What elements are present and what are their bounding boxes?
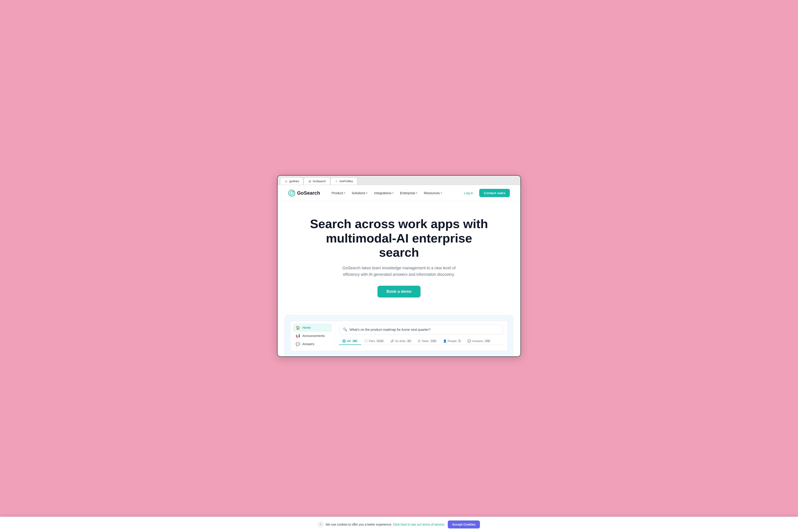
search-icon: 🔍 [343,327,347,331]
search-demo-wrapper: 🏠 Home 📢 Announcements 💬 Answers [285,315,513,357]
accept-cookies-button[interactable]: Accept Cookies [448,520,480,529]
tab-goprofiles-label: GoProfiles [340,179,353,183]
files-tab-label: Files [369,339,375,343]
tab-golinks[interactable]: ◇ go/links [280,177,303,185]
nav-integrations-label: Integrations [374,191,391,195]
nav-item-resources[interactable]: Resources ▾ [421,189,444,197]
resources-chevron-icon: ▾ [441,192,442,194]
hero-section: Search across work apps with multimodal-… [278,201,520,306]
answers-tab-label: Answers [472,339,483,343]
product-chevron-icon: ▾ [344,192,345,194]
nav-product-label: Product [331,191,343,195]
solutions-chevron-icon: ▾ [366,192,367,194]
demo-search-bar[interactable]: 🔍 What's on the product roadmap for Acme… [339,324,503,335]
people-tab-label: People [448,339,457,343]
sidebar-home-label: Home [302,326,310,329]
filter-tab-tasks[interactable]: ☰ Tasks 3.8k [415,338,440,345]
sidebar-announcements-label: Announcements [302,334,325,338]
answers-tab-count: 236 [484,339,491,342]
nav-enterprise-label: Enterprise [400,191,415,195]
enterprise-chevron-icon: ▾ [416,192,417,194]
browser-tabs: ◇ go/links ◎ GoSearch ○ GoProfiles [278,175,520,185]
filter-tab-all[interactable]: 🌐 All 16k [339,338,361,345]
hero-title: Search across work apps with multimodal-… [308,217,490,260]
nav-resources-label: Resources [424,191,440,195]
filter-tab-files[interactable]: 📄 Files 14.2k [361,338,387,345]
logo-text: GoSearch [297,190,320,196]
all-tab-count: 16k [352,339,358,342]
tasks-tab-count: 3.8k [430,339,437,342]
browser-window: ◇ go/links ◎ GoSearch ○ GoProfiles GoSea… [277,175,521,357]
tab-gosearch-label: GoSearch [313,179,326,183]
sidebar-item-announcements[interactable]: 📢 Announcements [293,332,332,340]
cookie-message: We use cookies to offer you a better exp… [326,523,392,526]
cookie-text: We use cookies to offer you a better exp… [326,523,445,526]
all-tab-icon: 🌐 [342,339,346,343]
cookie-banner: ✕ We use cookies to offer you a better e… [0,517,798,532]
nav-item-integrations[interactable]: Integrations ▾ [371,189,396,197]
integrations-chevron-icon: ▾ [392,192,394,194]
demo-main: 🔍 What's on the product roadmap for Acme… [335,321,508,351]
svg-line-2 [292,191,294,192]
nav-actions: Log in Contact sales [461,189,510,197]
filter-tab-people[interactable]: 👤 People 6 [440,338,464,345]
logo[interactable]: GoSearch [288,190,320,197]
nav-item-enterprise[interactable]: Enterprise ▾ [397,189,420,197]
sidebar-item-home[interactable]: 🏠 Home [293,324,332,332]
golinks-tab-count: 46 [406,339,412,342]
files-tab-count: 14.2k [376,339,384,342]
search-demo-inner: 🏠 Home 📢 Announcements 💬 Answers [290,321,508,351]
filter-tab-answers[interactable]: 💬 Answers 236 [464,338,494,345]
hero-subtitle: GoSearch takes team knowledge management… [335,265,463,278]
tasks-tab-icon: ☰ [418,339,420,343]
answers-tab-icon: 💬 [468,339,471,343]
sidebar-item-answers[interactable]: 💬 Answers [293,340,332,348]
nav-solutions-label: Solutions [352,191,365,195]
all-tab-label: All [347,339,351,343]
goprofiles-tab-icon: ○ [335,179,338,183]
demo-sidebar: 🏠 Home 📢 Announcements 💬 Answers [290,321,335,351]
tab-golinks-label: go/links [289,179,299,183]
contact-sales-button[interactable]: Contact sales [479,189,510,197]
sidebar-answers-label: Answers [302,342,314,346]
login-button[interactable]: Log in [461,189,476,197]
cookie-close-button[interactable]: ✕ [318,522,323,527]
navbar: GoSearch Product ▾ Solutions ▾ Integrati… [278,185,520,201]
tab-goprofiles[interactable]: ○ GoProfiles [330,177,357,185]
filter-tab-golinks[interactable]: 🔗 Go links 46 [387,338,415,345]
nav-item-solutions[interactable]: Solutions ▾ [349,189,370,197]
page-content: GoSearch Product ▾ Solutions ▾ Integrati… [278,185,520,357]
logo-icon [288,190,295,197]
answers-icon: 💬 [296,342,300,346]
demo-filter-tabs: 🌐 All 16k 📄 Files 14.2k 🔗 Go links [339,338,503,345]
home-icon: 🏠 [296,326,300,330]
tasks-tab-label: Tasks [422,339,429,343]
files-tab-icon: 📄 [364,339,368,343]
announcements-icon: 📢 [296,334,300,338]
nav-item-product[interactable]: Product ▾ [329,189,348,197]
cookie-terms-link[interactable]: Click here to see our terms of service. [393,523,445,526]
people-tab-icon: 👤 [443,339,446,343]
tab-gosearch[interactable]: ◎ GoSearch [304,177,330,185]
gosearch-tab-icon: ◎ [308,179,311,183]
golinks-tab-filter-icon: 🔗 [391,339,394,343]
people-tab-count: 6 [458,339,461,342]
golinks-tab-icon: ◇ [284,179,288,183]
golinks-tab-label: Go links [395,339,405,343]
demo-search-query: What's on the product roadmap for Acme n… [349,328,431,331]
book-demo-button[interactable]: Book a demo [378,286,420,298]
nav-links: Product ▾ Solutions ▾ Integrations ▾ Ent… [329,189,453,197]
